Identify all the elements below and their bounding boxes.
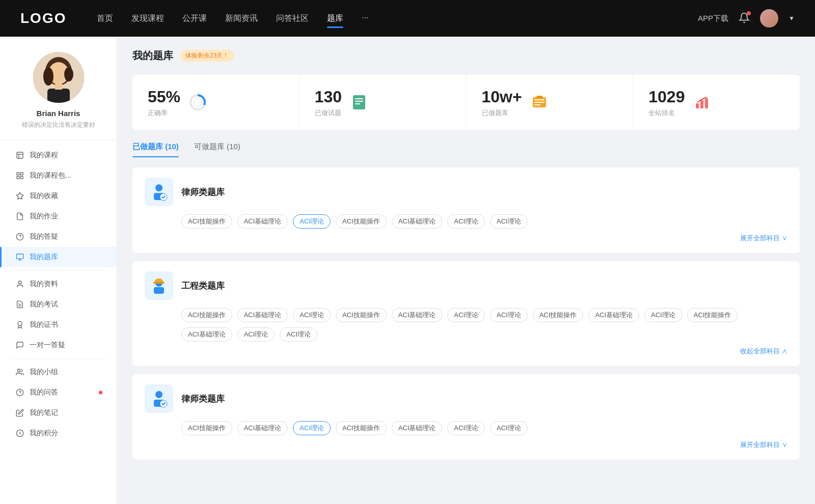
qbank-tag[interactable]: ACI理论 xyxy=(490,308,528,322)
stat-done-questions: 130 已做试题 xyxy=(300,75,467,130)
qbank-card-2-expand[interactable]: 展开全部科目 ∨ xyxy=(145,440,787,450)
stat-ranking-icon xyxy=(693,93,711,111)
sidebar-item-homework[interactable]: 我的作业 xyxy=(0,206,117,227)
nav-link-more[interactable]: ··· xyxy=(362,11,368,26)
sidebar-item-courses-label: 我的课程 xyxy=(30,151,58,160)
qbank-card-1-title: 工程类题库 xyxy=(181,280,225,292)
nav-link-news[interactable]: 新闻资讯 xyxy=(225,11,258,26)
stat-done-banks-number: 10w+ xyxy=(482,87,522,106)
nav-link-qbank[interactable]: 题库 xyxy=(327,11,343,26)
sidebar-item-questions[interactable]: 我的问答 xyxy=(0,382,117,403)
navbar: LOGO 首页 发现课程 公开课 新闻资讯 问答社区 题库 ··· APP下载 … xyxy=(0,0,815,37)
exam-icon xyxy=(15,300,24,309)
oneone-icon xyxy=(15,341,24,350)
nav-link-qa[interactable]: 问答社区 xyxy=(276,11,309,26)
stat-correctrate-icon xyxy=(188,93,207,111)
sidebar-divider-1 xyxy=(10,270,106,271)
qbank-tag[interactable]: ACI理论 xyxy=(447,308,485,322)
svg-rect-29 xyxy=(353,95,365,109)
favorites-icon xyxy=(15,191,24,201)
qbank-card-2-tags: ACI技能操作ACI基础理论ACI理论ACI技能操作ACI基础理论ACI理论AC… xyxy=(181,421,787,435)
sidebar-item-oneone[interactable]: 一对一答疑 xyxy=(0,335,117,355)
nav-link-opencourse[interactable]: 公开课 xyxy=(182,11,207,26)
sidebar-user-name: Brian Harris xyxy=(37,109,80,118)
tab-done-banks[interactable]: 已做题库 (10) xyxy=(132,142,179,157)
points-icon xyxy=(15,429,24,438)
avatar[interactable] xyxy=(760,9,778,27)
qbank-tag[interactable]: ACI基础理论 xyxy=(181,327,232,342)
qbank-tag[interactable]: ACI技能操作 xyxy=(533,308,584,322)
qbank-tag[interactable]: ACI理论 xyxy=(447,421,485,435)
qbank-tag[interactable]: ACI基础理论 xyxy=(237,308,288,322)
sidebar-item-qa[interactable]: 我的答疑 xyxy=(0,227,117,247)
sidebar-item-points[interactable]: 我的积分 xyxy=(0,423,117,443)
svg-rect-30 xyxy=(355,98,363,99)
qbank-tag[interactable]: ACI基础理论 xyxy=(392,214,443,229)
qbank-tag[interactable]: ACI基础理论 xyxy=(588,308,639,322)
qbank-tag[interactable]: ACI技能操作 xyxy=(181,214,232,229)
qbank-tag[interactable]: ACI技能操作 xyxy=(336,421,387,435)
sidebar-item-group[interactable]: 我的小组 xyxy=(0,362,117,382)
qbank-tag[interactable]: ACI技能操作 xyxy=(181,308,232,322)
qbank-tag[interactable]: ACI基础理论 xyxy=(237,421,288,435)
sidebar-item-profile[interactable]: 我的资料 xyxy=(0,274,117,294)
qbank-tag[interactable]: ACI理论 xyxy=(490,214,528,229)
qbank-tag[interactable]: ACI技能操作 xyxy=(336,214,387,229)
sidebar-item-courses[interactable]: 我的课程 xyxy=(0,145,117,165)
avatar-chevron-icon[interactable]: ▼ xyxy=(789,15,795,22)
qbank-icon xyxy=(15,253,24,262)
stat-done-questions-icon xyxy=(350,93,368,111)
sidebar-item-certificate[interactable]: 我的证书 xyxy=(0,315,117,335)
page-title: 我的题库 xyxy=(132,49,173,63)
nav-link-home[interactable]: 首页 xyxy=(97,11,113,26)
sidebar-item-course-packages[interactable]: 我的课程包... xyxy=(0,165,117,186)
profile-icon xyxy=(15,279,24,289)
svg-point-21 xyxy=(18,321,22,325)
nav-link-discover[interactable]: 发现课程 xyxy=(131,11,164,26)
qbank-card-1-collapse[interactable]: 收起全部科目 ∧ xyxy=(145,347,787,356)
qbank-tag[interactable]: ACI基础理论 xyxy=(392,308,443,322)
qbank-tag[interactable]: ACI理论 xyxy=(293,214,331,229)
qbank-tag[interactable]: ACI理论 xyxy=(280,327,317,342)
stat-correctrate-text: 55% 正确率 xyxy=(148,87,180,118)
qbank-tag[interactable]: ACI理论 xyxy=(490,421,528,435)
sidebar-item-points-label: 我的积分 xyxy=(30,429,58,438)
sidebar-divider-2 xyxy=(10,358,106,359)
svg-rect-6 xyxy=(55,83,62,90)
questions-dot xyxy=(99,391,102,395)
stat-done-banks-text: 10w+ 已做题库 xyxy=(482,87,522,118)
stat-done-banks-icon xyxy=(530,93,549,111)
qbank-tag[interactable]: ACI理论 xyxy=(293,421,331,435)
stat-correctrate: 55% 正确率 xyxy=(132,75,300,130)
qbank-tag[interactable]: ACI技能操作 xyxy=(687,308,738,322)
group-icon xyxy=(15,368,24,377)
svg-point-4 xyxy=(64,67,73,81)
sidebar-item-certificate-label: 我的证书 xyxy=(30,320,58,329)
sidebar-item-notes[interactable]: 我的笔记 xyxy=(0,403,117,423)
svg-rect-5 xyxy=(47,89,70,103)
qbank-tag[interactable]: ACI技能操作 xyxy=(336,308,387,322)
courses-icon xyxy=(15,151,24,160)
notification-bell[interactable] xyxy=(739,12,750,25)
svg-rect-7 xyxy=(17,152,23,158)
tab-available-banks[interactable]: 可做题库 (10) xyxy=(194,142,240,157)
qbank-card-0-icon xyxy=(145,178,173,206)
qbank-tag[interactable]: ACI理论 xyxy=(293,308,331,322)
qbank-tag[interactable]: ACI基础理论 xyxy=(237,214,288,229)
qbank-tag[interactable]: ACI理论 xyxy=(237,327,275,342)
qbank-tag[interactable]: ACI技能操作 xyxy=(181,421,232,435)
qbank-tag[interactable]: ACI理论 xyxy=(644,308,682,322)
qbank-card-0-title: 律师类题库 xyxy=(181,186,225,198)
stat-done-questions-text: 130 已做试题 xyxy=(315,87,342,118)
nav-right: APP下载 ▼ xyxy=(698,9,795,27)
sidebar-item-favorites[interactable]: 我的收藏 xyxy=(0,186,117,206)
sidebar-item-qbank[interactable]: 我的题库 xyxy=(0,247,117,267)
qbank-tag[interactable]: ACI基础理论 xyxy=(392,421,443,435)
sidebar-item-exam[interactable]: 我的考试 xyxy=(0,294,117,315)
stat-correctrate-label: 正确率 xyxy=(148,108,180,118)
qbank-tag[interactable]: ACI理论 xyxy=(447,214,485,229)
stats-row: 55% 正确率 130 已做试题 xyxy=(132,75,800,130)
qbank-card-0-expand[interactable]: 展开全部科目 ∨ xyxy=(145,234,787,243)
sidebar-item-course-packages-label: 我的课程包... xyxy=(30,171,71,180)
app-download-link[interactable]: APP下载 xyxy=(698,14,728,23)
